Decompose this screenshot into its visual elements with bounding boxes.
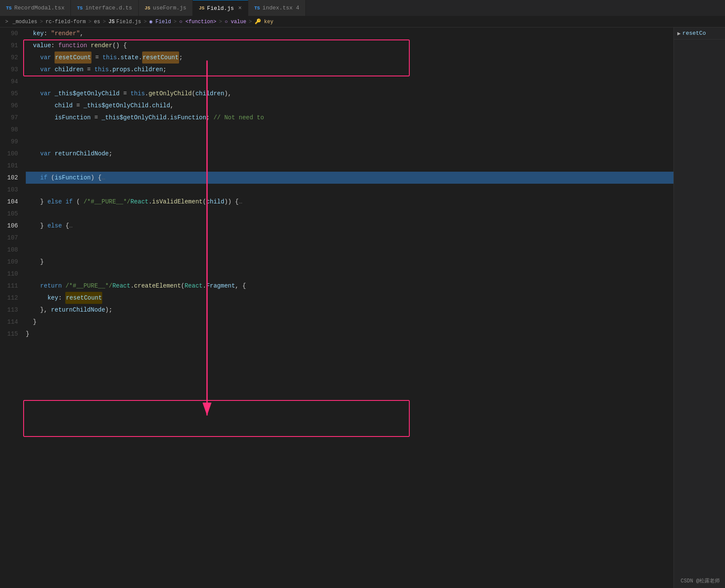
code-line-97: isFunction = _this$getOnlyChild . isFunc… <box>26 112 673 124</box>
tab-interface[interactable]: TS interface.d.ts <box>71 0 138 16</box>
close-icon[interactable]: × <box>238 5 242 12</box>
js-icon: JS <box>145 6 150 11</box>
code-line-102: if ( isFunction ) { … <box>26 172 673 184</box>
watermark: CSDN @松露老师 <box>681 577 720 585</box>
bc-field-class: ◉ Field <box>149 18 171 25</box>
bc-key: 🔑 key <box>255 18 274 25</box>
ts-icon: TS <box>6 6 12 11</box>
code-line-114: } <box>26 316 673 328</box>
line-num-114: 114 <box>0 316 18 328</box>
tab-index[interactable]: TS index.tsx 4 <box>248 0 306 16</box>
code-line-100: var returnChildNode ; <box>26 148 673 160</box>
tab-label-useform: useForm.js <box>153 5 186 11</box>
right-panel: ▶ resetCo <box>673 27 725 588</box>
code-line-101 <box>26 160 673 172</box>
line-num-97: 97 <box>0 112 18 124</box>
ts-icon: TS <box>254 6 260 11</box>
bc-fieldjs-label: Field.js <box>116 19 141 25</box>
line-num-95: 95 <box>0 88 18 100</box>
code-line-91: value : function render () { <box>26 39 673 52</box>
line-num-109: 109 <box>0 256 18 268</box>
code-line-104: } else if ( /*#__PURE__*/ React . isVali… <box>26 196 673 208</box>
code-line-109: } <box>26 256 673 268</box>
tab-useform[interactable]: JS useForm.js <box>139 0 193 16</box>
bc-modules: _modules <box>12 19 37 25</box>
editor: 90 91 92 93 94 95 96 97 98 99 100 101 ▶ … <box>0 27 725 588</box>
line-num-98: 98 <box>0 124 18 136</box>
js-icon: JS <box>199 6 204 11</box>
line-num-112: 112 <box>0 292 18 304</box>
line-num-105: 105 <box>0 208 18 220</box>
bc-value: ○ value <box>225 19 246 25</box>
code-line-110 <box>26 268 673 280</box>
line-num-96: 96 <box>0 100 18 112</box>
code-line-105 <box>26 208 673 220</box>
tab-label-index: index.tsx 4 <box>262 5 299 11</box>
code-line-90: key : "render" , <box>26 27 673 39</box>
line-num-101: 101 <box>0 160 18 172</box>
bc-es: es <box>94 19 100 25</box>
right-panel-label: resetCo <box>682 30 706 36</box>
highlight-box-bottom <box>23 400 410 437</box>
tab-label-field: Field.js <box>207 5 234 12</box>
line-num-100: 100 <box>0 148 18 160</box>
line-num-99: 99 <box>0 136 18 148</box>
code-line-94 <box>26 76 673 88</box>
line-num-115: 115 <box>0 328 18 340</box>
bc-sep: > <box>174 19 177 25</box>
code-line-108 <box>26 244 673 256</box>
line-num-106: ▶ 106 <box>0 220 18 232</box>
code-line-106: } else { … <box>26 220 673 232</box>
bc-function: ○ <function> <box>179 19 216 25</box>
bc-sep: > <box>40 19 43 25</box>
line-num-103: 103 <box>0 184 18 196</box>
bc-sep: > <box>219 19 222 25</box>
code-area: key : "render" , value : function render… <box>22 27 673 588</box>
line-num-90: 90 <box>0 27 18 39</box>
code-line-95: var _this$getOnlyChild = this . getOnlyC… <box>26 88 673 100</box>
bc-sep: > <box>249 19 252 25</box>
tab-recordmodal[interactable]: TS RecordModal.tsx <box>0 0 71 16</box>
breadcrumb: > _modules > rc-field-form > es > JS Fie… <box>0 16 725 27</box>
expand-icon[interactable]: ▶ <box>677 30 681 37</box>
bc-fieldjs: JS <box>108 19 114 25</box>
tab-field[interactable]: JS Field.js × <box>193 0 248 16</box>
line-num-104: ▶ 104 <box>0 196 18 208</box>
bc-sep: > <box>143 19 146 25</box>
code-line-115: } <box>26 328 673 340</box>
line-num-111: 111 <box>0 280 18 292</box>
right-panel-header: ▶ resetCo <box>674 27 725 39</box>
line-num-102: ▶ 102 <box>0 172 18 184</box>
tab-label-recordmodal: RecordModal.tsx <box>14 5 64 11</box>
code-line-111: return /*#__PURE__*/ React . createEleme… <box>26 280 673 292</box>
line-num-94: 94 <box>0 76 18 88</box>
code-line-93: var children = this . props . children ; <box>26 64 673 76</box>
breadcrumb-expand[interactable]: > <box>5 19 8 25</box>
bc-rcfieldform: rc-field-form <box>46 19 86 25</box>
line-numbers: 90 91 92 93 94 95 96 97 98 99 100 101 ▶ … <box>0 27 22 588</box>
line-num-113: 113 <box>0 304 18 316</box>
code-line-98 <box>26 124 673 136</box>
code-line-107 <box>26 232 673 244</box>
ts-icon: TS <box>77 6 82 11</box>
tab-label-interface: interface.d.ts <box>85 5 132 11</box>
bc-sep: > <box>103 19 106 25</box>
line-num-110: 110 <box>0 268 18 280</box>
line-num-92: 92 <box>0 52 18 64</box>
line-num-108: 108 <box>0 244 18 256</box>
line-num-91: 91 <box>0 39 18 52</box>
bc-sep: > <box>88 19 91 25</box>
code-line-99 <box>26 136 673 148</box>
code-line-113: }, returnChildNode ); <box>26 304 673 316</box>
code-line-112: key : resetCount <box>26 292 673 304</box>
code-line-96: child = _this$getOnlyChild . child , <box>26 100 673 112</box>
line-num-93: 93 <box>0 64 18 76</box>
code-line-103 <box>26 184 673 196</box>
tab-bar: TS RecordModal.tsx TS interface.d.ts JS … <box>0 0 725 16</box>
line-num-107: 107 <box>0 232 18 244</box>
code-line-92: var resetCount = this . state . resetCou… <box>26 52 673 64</box>
